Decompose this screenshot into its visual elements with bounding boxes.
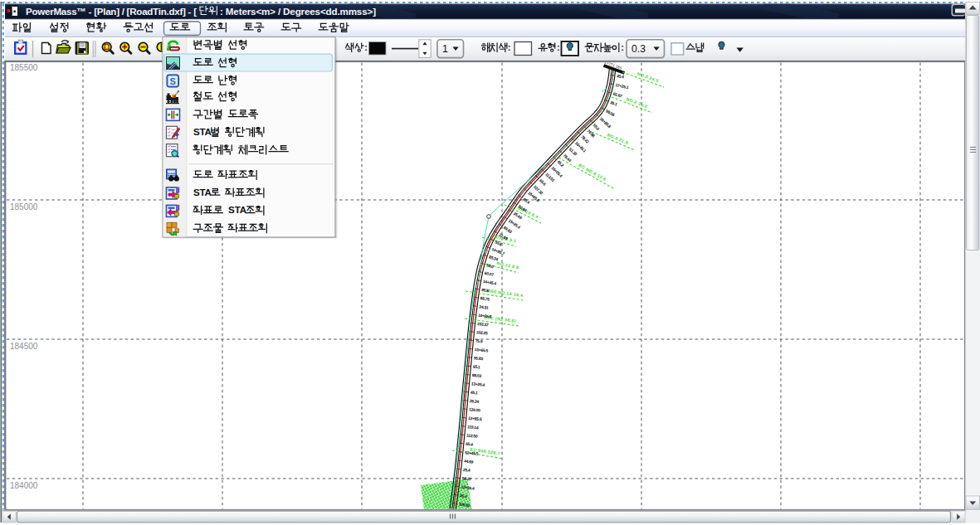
svg-text:65.1: 65.1 [473,364,481,370]
svg-text::: : [621,42,624,52]
svg-text:88.03: 88.03 [472,372,482,378]
svg-text:S: S [170,76,176,86]
svg-text:25.4: 25.4 [463,467,471,473]
svg-text:65.4: 65.4 [466,441,474,447]
svg-text:185500: 185500 [10,63,38,72]
svg-text::: : [557,42,560,52]
svg-text:45.1: 45.1 [470,390,479,396]
svg-text::: : [508,42,511,52]
svg-text:184500: 184500 [10,342,38,351]
svg-text:0.3: 0.3 [631,43,646,55]
svg-text:STA: STA [193,126,212,137]
svg-text:1: 1 [442,43,448,55]
svg-text:: Meters<m> / Degrees<dd.mmss>: : Meters<m> / Degrees<dd.mmss>] [220,6,376,17]
svg-text:124.00: 124.00 [469,406,480,412]
svg-text:44.69: 44.69 [464,459,474,464]
svg-text:26.24: 26.24 [470,398,480,404]
svg-text:75.9: 75.9 [475,338,484,344]
svg-text::: : [364,42,368,52]
svg-text:45.4: 45.4 [617,73,625,79]
svg-text:119.14: 119.14 [467,424,479,430]
svg-text:STA: STA [193,187,212,197]
svg-text:PowerMass™ - [Plan] / [RoadTin: PowerMass™ - [Plan] / [RoadTin.dxf] - [ [26,6,197,17]
svg-text:184000: 184000 [10,481,38,490]
svg-text:185000: 185000 [10,202,38,211]
svg-text:35.4: 35.4 [460,493,468,498]
svg-text:95.83: 95.83 [474,355,484,361]
svg-text:STA: STA [228,204,247,215]
